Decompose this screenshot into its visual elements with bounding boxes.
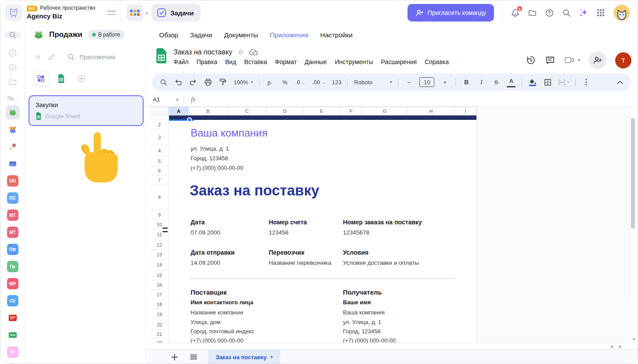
menu-format[interactable]: Формат [275, 58, 297, 65]
rail-search-button[interactable] [4, 31, 21, 39]
grid-view-button[interactable] [34, 72, 48, 86]
document-title[interactable]: Заказ на поставку [173, 48, 232, 56]
assigned-tasks-button[interactable] [8, 63, 18, 72]
version-history-icon[interactable] [526, 55, 536, 65]
column-header-E[interactable]: E [303, 107, 340, 115]
column-header-H[interactable]: H [407, 107, 455, 115]
row-header-18[interactable]: 18 [150, 299, 169, 309]
tab-applications[interactable]: Приложения [270, 31, 309, 39]
expand-icon[interactable] [48, 54, 55, 61]
project-item-bear[interactable] [6, 123, 20, 137]
zoom-select[interactable]: 100% ▾ [234, 79, 253, 86]
project-item-пс[interactable]: ПС [6, 191, 20, 205]
decrease-font-size-button[interactable]: − [404, 77, 413, 87]
row-header-17[interactable]: 17 [150, 290, 169, 299]
row-header-7[interactable]: 7 [150, 176, 169, 185]
format-percent-button[interactable]: % [281, 77, 289, 87]
comments-icon[interactable] [545, 55, 555, 65]
tab-settings[interactable]: Настройки [320, 31, 353, 39]
strikethrough-button[interactable]: S [492, 77, 501, 87]
spreadsheet-document[interactable]: Ваша компания ул. Улица, д. 1 Город, 123… [169, 115, 476, 343]
tab-documents[interactable]: Документы [224, 31, 258, 39]
tasks-app-button[interactable]: Задачи [151, 4, 201, 22]
column-header-F[interactable]: F [340, 107, 362, 115]
print-button[interactable] [204, 77, 213, 87]
project-item-оп[interactable]: ОП [6, 174, 20, 188]
project-item-rocket[interactable] [6, 140, 20, 154]
templates-icon[interactable] [8, 362, 17, 364]
more-formats-button[interactable]: 123 [332, 77, 342, 87]
project-item-пк[interactable]: Пк [6, 259, 20, 274]
hidden-rows-mark[interactable] [162, 231, 168, 232]
project-item-пф[interactable]: ПФ [6, 242, 20, 256]
project-item-pink[interactable]: О [6, 345, 20, 359]
tab-overview[interactable]: Обзор [159, 31, 178, 39]
row-header-5[interactable]: 5 [150, 156, 169, 166]
row-header-15[interactable]: 15 [150, 270, 169, 280]
star-icon[interactable]: ☆ [238, 48, 244, 56]
project-item-green-logo[interactable] [6, 328, 20, 342]
google-account-avatar[interactable]: T [615, 52, 631, 68]
sheets-filter-button[interactable] [54, 72, 68, 86]
user-avatar[interactable] [613, 4, 631, 22]
row-header-1[interactable] [150, 115, 169, 120]
text-color-button[interactable]: A [507, 77, 515, 87]
project-item-мт[interactable]: МТ [6, 208, 20, 222]
scroll-right-arrow[interactable]: ▸ [620, 344, 622, 349]
column-header-C[interactable]: C [228, 107, 267, 115]
font-select[interactable]: Roboto ▾ [354, 79, 392, 86]
project-item-red-logo[interactable] [6, 311, 20, 325]
bold-button[interactable]: B [462, 77, 471, 87]
menu-view[interactable]: Вид [225, 58, 236, 65]
menu-data[interactable]: Данные [305, 58, 327, 65]
more-toolbar-button[interactable] [582, 77, 591, 87]
hidden-rows-mark[interactable] [162, 227, 168, 229]
row-header-9[interactable]: 9 [150, 210, 169, 220]
row-header-3[interactable]: 3 [150, 130, 169, 145]
row-header-13[interactable]: 13 [150, 250, 169, 259]
scroll-down-arrow[interactable]: ▾ [633, 337, 635, 342]
name-box[interactable]: A1 ▾ [153, 96, 178, 103]
toolbar-search-button[interactable] [159, 77, 168, 87]
menu-insert[interactable]: Вставка [244, 58, 267, 65]
menu-extensions[interactable]: Расширения [381, 58, 417, 65]
menu-tools[interactable]: Инструменты [335, 58, 373, 65]
collapse-panel-icon[interactable] [35, 54, 42, 61]
project-item-мт[interactable]: МТ [6, 225, 20, 239]
sidebar-toggle-button[interactable] [104, 11, 119, 15]
decrease-decimal-button[interactable]: .0← [296, 77, 306, 87]
tab-tasks[interactable]: Задачи [190, 31, 212, 39]
project-item-card[interactable] [6, 157, 20, 171]
project-item-sales[interactable] [6, 105, 20, 119]
app-card-zakupki[interactable]: Закупки Google Sheet [29, 95, 144, 126]
column-header-A[interactable]: A [169, 107, 189, 115]
column-header-D[interactable]: D [267, 107, 303, 115]
row-header-20[interactable]: 20 [150, 320, 169, 330]
row-header-12[interactable]: 12 [150, 240, 169, 250]
scroll-left-arrow[interactable]: ◂ [610, 344, 613, 349]
help-button[interactable] [544, 8, 554, 18]
font-size-input[interactable]: 10 [419, 77, 434, 87]
row-header-14[interactable]: 14 [150, 259, 169, 270]
menu-edit[interactable]: Правка [196, 58, 217, 65]
apps-grid-button[interactable] [126, 4, 143, 21]
italic-button[interactable]: I [477, 77, 486, 87]
row-header-8[interactable]: 8 [150, 185, 169, 210]
sheet-tab-active[interactable]: Заказ на поставку ▾ [208, 350, 280, 364]
increase-decimal-button[interactable]: .00→ [312, 77, 326, 87]
invite-team-button[interactable]: Пригласить команду [407, 4, 494, 22]
files-button[interactable] [527, 8, 537, 18]
fill-color-button[interactable] [528, 77, 537, 87]
row-header-16[interactable]: 16 [150, 280, 169, 290]
apps-search-field[interactable]: Приложения [67, 53, 115, 61]
video-call-button[interactable]: ▾ [564, 56, 580, 65]
ai-assistant-button[interactable] [579, 8, 588, 18]
fill-handle[interactable] [187, 117, 192, 122]
column-header-I[interactable]: I [455, 107, 476, 115]
more-apps-button[interactable] [596, 8, 606, 18]
collapse-toolbar-button[interactable] [616, 77, 624, 87]
column-header-B[interactable]: B [189, 107, 228, 115]
merge-cells-button[interactable]: ▾ [558, 77, 569, 87]
project-item-о2[interactable]: О2 [6, 294, 20, 308]
redo-button[interactable] [189, 77, 198, 87]
